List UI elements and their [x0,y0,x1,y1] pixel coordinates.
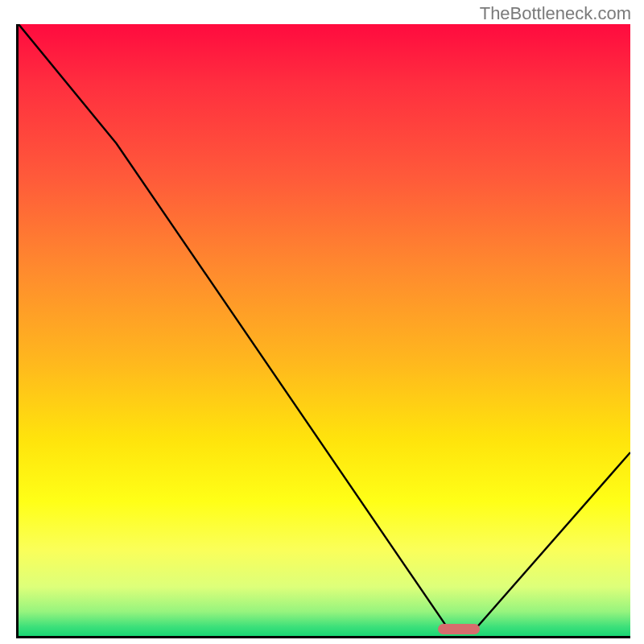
curve-path [19,24,630,627]
optimum-marker [438,624,480,634]
plot-area [16,24,630,638]
watermark-text: TheBottleneck.com [480,3,631,24]
line-series [19,24,630,636]
